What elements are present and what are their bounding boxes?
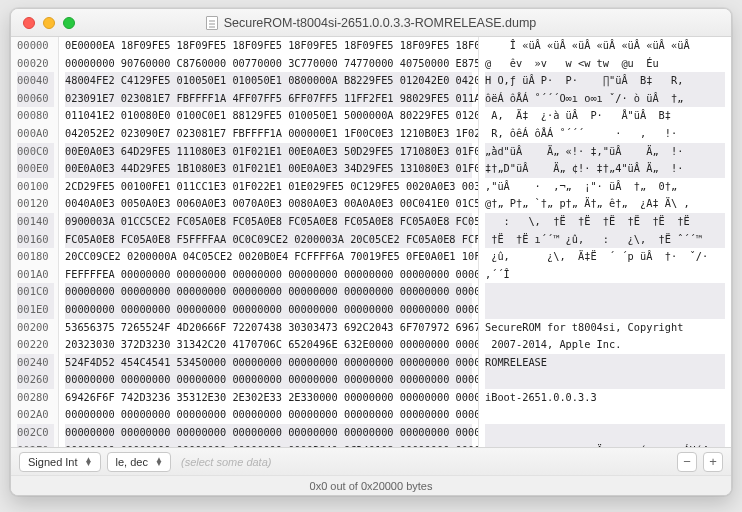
- hex-pane[interactable]: 0E0000EA 18F09FE5 18F09FE5 18F09FE5 18F0…: [59, 37, 479, 447]
- document-icon: [206, 16, 218, 30]
- ascii-row[interactable]: ,´´Î: [485, 266, 725, 284]
- ascii-row[interactable]: @ êv »v w <w tw @u Éu: [485, 55, 725, 73]
- offset-row: 001A0: [17, 266, 54, 284]
- hex-row[interactable]: FC05A0E8 FC05A0E8 F5FFFFAA 0C0C09CE2 020…: [65, 231, 472, 249]
- window-title: SecureROM-t8004si-2651.0.0.3.3-ROMRELEAS…: [11, 16, 731, 30]
- hex-row[interactable]: 69426F6F 742D3236 35312E30 2E302E33 2E33…: [65, 389, 472, 407]
- offset-row: 00260: [17, 371, 54, 389]
- plus-button[interactable]: +: [703, 452, 723, 472]
- ascii-row[interactable]: ,"üÂ · ,¬„ ¡"· üÂ †„ 0†„: [485, 178, 725, 196]
- offset-row: 001E0: [17, 301, 54, 319]
- ascii-row[interactable]: „̀àd"üÂ Ä„ «!· ‡,"üÂ Ä„ !·: [485, 143, 725, 161]
- type-select-label: Signed Int: [28, 456, 78, 468]
- ascii-row[interactable]: @†„ P†„ `†„ p†„ Ä†„ ê†„ ¿A‡ Ä\ ,: [485, 195, 725, 213]
- ascii-row[interactable]: [485, 371, 725, 389]
- hex-row[interactable]: 00000000 00000000 00000000 00000000 0000…: [65, 371, 472, 389]
- offset-row: 00200: [17, 319, 54, 337]
- hex-row[interactable]: 20323030 372D3230 31342C20 4170706C 6520…: [65, 336, 472, 354]
- offset-row: 00220: [17, 336, 54, 354]
- content-area: 0000000020000400006000080000A0000C0000E0…: [11, 37, 731, 447]
- hex-row[interactable]: 00E0A0E3 64D29FE5 111080E3 01F021E1 00E0…: [65, 143, 472, 161]
- close-icon[interactable]: [23, 17, 35, 29]
- hex-row[interactable]: 0900003A 01CC5CE2 FC05A0E8 FC05A0E8 FC05…: [65, 213, 472, 231]
- offset-row: 00060: [17, 90, 54, 108]
- ascii-row[interactable]: ROMRELEASE: [485, 354, 725, 372]
- ascii-row[interactable]: [485, 283, 725, 301]
- offset-row: 00160: [17, 231, 54, 249]
- zoom-icon[interactable]: [63, 17, 75, 29]
- ascii-row[interactable]: : \, †Ë †Ë †Ë †Ë †Ë †Ë: [485, 213, 725, 231]
- endian-select-label: le, dec: [116, 456, 148, 468]
- offset-row: 000C0: [17, 143, 54, 161]
- offset-row: 00240: [17, 354, 54, 372]
- chevron-updown-icon: ▲▼: [154, 458, 164, 466]
- ascii-row[interactable]: Î «üÂ «üÂ «üÂ «üÂ «üÂ «üÂ «üÂ: [485, 37, 725, 55]
- hex-row[interactable]: 00000000 00000000 00000000 00000000 0000…: [65, 406, 472, 424]
- offset-row: 00180: [17, 248, 54, 266]
- offset-row: 002A0: [17, 406, 54, 424]
- offset-row: 00000: [17, 37, 54, 55]
- ascii-row[interactable]: [485, 424, 725, 442]
- hex-row[interactable]: 042052E2 023090E7 023081E7 FBFFFF1A 0000…: [65, 125, 472, 143]
- offset-row: 000A0: [17, 125, 54, 143]
- hex-row[interactable]: 2CD29FE5 00100FE1 011CC1E3 01F022E1 01E0…: [65, 178, 472, 196]
- offset-row: 00280: [17, 389, 54, 407]
- ascii-row[interactable]: ‡†„D"üÂ Ä„ ¢!· ‡†„4"üÂ Ä„ !·: [485, 160, 725, 178]
- ascii-row[interactable]: H O,ƒ üÂ P· P· ∏"üÂ B‡ R,: [485, 72, 725, 90]
- hex-row[interactable]: 48004FE2 C4129FE5 010050E1 010050E1 0800…: [65, 72, 472, 90]
- minus-button[interactable]: −: [677, 452, 697, 472]
- traffic-lights: [23, 17, 75, 29]
- hex-row[interactable]: FEFFFFEA 00000000 00000000 00000000 0000…: [65, 266, 472, 284]
- offset-row: 00020: [17, 55, 54, 73]
- ascii-pane[interactable]: Î «üÂ «üÂ «üÂ «üÂ «üÂ «üÂ «üÂ@ êv »v w <…: [479, 37, 731, 447]
- window-title-text: SecureROM-t8004si-2651.0.0.3.3-ROMRELEAS…: [224, 16, 537, 30]
- hex-row[interactable]: 20CC09CE2 0200000A 04C05CE2 0020B0E4 FCF…: [65, 248, 472, 266]
- hex-row[interactable]: 524F4D52 454C4541 53450000 00000000 0000…: [65, 354, 472, 372]
- type-select[interactable]: Signed Int ▲▼: [19, 452, 101, 472]
- titlebar[interactable]: SecureROM-t8004si-2651.0.0.3.3-ROMRELEAS…: [11, 9, 731, 37]
- ascii-row[interactable]: R, ôêÁ ôÅÁ ˚´´́ · , !·: [485, 125, 725, 143]
- hex-editor-window: SecureROM-t8004si-2651.0.0.3.3-ROMRELEAS…: [10, 8, 732, 496]
- ascii-row[interactable]: [485, 406, 725, 424]
- ascii-row[interactable]: iBoot-2651.0.0.3.3: [485, 389, 725, 407]
- offset-row: 001C0: [17, 283, 54, 301]
- offset-row: 00120: [17, 195, 54, 213]
- minimize-icon[interactable]: [43, 17, 55, 29]
- hex-row[interactable]: 53656375 7265524F 4D20666F 72207438 3030…: [65, 319, 472, 337]
- offset-row: 00140: [17, 213, 54, 231]
- hex-row[interactable]: 00000000 00000000 00000000 00000000 0000…: [65, 283, 472, 301]
- ascii-row[interactable]: ôëÁ ôÅÁ ˚´´́ O∞ı o∞ı ˇ/· ò üÂ †„: [485, 90, 725, 108]
- offset-gutter: 0000000020000400006000080000A0000C0000E0…: [11, 37, 59, 447]
- hex-row[interactable]: 0040A0E3 0050A0E3 0060A0E3 0070A0E3 0080…: [65, 195, 472, 213]
- hex-row[interactable]: 0E0000EA 18F09FE5 18F09FE5 18F09FE5 18F0…: [65, 37, 472, 55]
- footer-bar: Signed Int ▲▼ le, dec ▲▼ (select some da…: [11, 447, 731, 475]
- hex-row[interactable]: 00E0A0E3 44D29FE5 1B1080E3 01F021E1 00E0…: [65, 160, 472, 178]
- ascii-row[interactable]: SecureROM for t8004si, Copyright: [485, 319, 725, 337]
- offset-row: 000E0: [17, 160, 54, 178]
- endian-select[interactable]: le, dec ▲▼: [107, 452, 171, 472]
- offset-row: 00100: [17, 178, 54, 196]
- ascii-row[interactable]: ¿û, ¿\, Ä‡Ë ´ ´p üÂ †· ˇ/·: [485, 248, 725, 266]
- status-text: 0x0 out of 0x20000 bytes: [310, 480, 433, 492]
- offset-row: 00040: [17, 72, 54, 90]
- ascii-row[interactable]: †Ë †Ë ı´´™ ¿û, : ¿\, †Ë ˆ´´™: [485, 231, 725, 249]
- hex-row[interactable]: 00000000 00000000 00000000 00000000 0000…: [65, 301, 472, 319]
- ascii-row[interactable]: [485, 301, 725, 319]
- selection-hint: (select some data): [181, 456, 271, 468]
- ascii-row[interactable]: A, Ä‡ ¿·à üÂ P· Å"üÂ B‡: [485, 107, 725, 125]
- hex-row[interactable]: 00000000 00000000 00000000 00000000 0000…: [65, 424, 472, 442]
- status-bar: 0x0 out of 0x20000 bytes: [11, 475, 731, 495]
- offset-row: 00080: [17, 107, 54, 125]
- hex-row[interactable]: 011041E2 010080E0 0100C0E1 88129FE5 0100…: [65, 107, 472, 125]
- hex-row[interactable]: 00000000 90760000 C8760000 00770000 3C77…: [65, 55, 472, 73]
- ascii-row[interactable]: 2007-2014, Apple Inc.: [485, 336, 725, 354]
- chevron-updown-icon: ▲▼: [84, 458, 94, 466]
- offset-row: 002C0: [17, 424, 54, 442]
- hex-row[interactable]: 023091E7 023081E7 FBFFFF1A 4FF07FF5 6FF0…: [65, 90, 472, 108]
